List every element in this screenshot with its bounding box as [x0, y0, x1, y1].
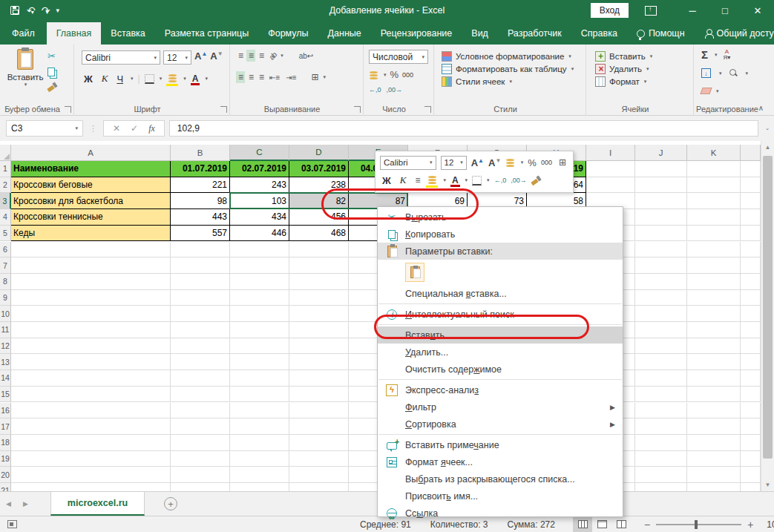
- fill-icon[interactable]: ↓: [701, 68, 711, 78]
- cell-X20[interactable]: [741, 467, 761, 483]
- cell-K10[interactable]: [687, 306, 741, 322]
- cell-C8[interactable]: [230, 274, 289, 290]
- cell-K15[interactable]: [687, 387, 741, 403]
- cell-J10[interactable]: [635, 306, 687, 322]
- cell-A6[interactable]: [11, 242, 171, 258]
- cell-J7[interactable]: [635, 257, 687, 274]
- zoom-out-icon[interactable]: −: [644, 519, 650, 531]
- next-sheet-icon[interactable]: ▶: [23, 500, 28, 508]
- cell-C12[interactable]: [230, 338, 289, 355]
- cell-A21[interactable]: [11, 483, 171, 491]
- cell-A14[interactable]: [11, 370, 171, 387]
- cell-K8[interactable]: [687, 274, 741, 290]
- row-header-12[interactable]: 12: [0, 338, 11, 355]
- row-header-3[interactable]: 3: [0, 193, 11, 209]
- cell-K18[interactable]: [687, 435, 741, 451]
- cell-D19[interactable]: [289, 451, 349, 467]
- zoom-in-icon[interactable]: +: [747, 519, 753, 531]
- number-format-combo[interactable]: Числовой▾: [369, 50, 428, 64]
- cell-X9[interactable]: [741, 290, 761, 306]
- cell-J12[interactable]: [635, 338, 687, 355]
- cell-C10[interactable]: [230, 306, 289, 322]
- ribbon-display-options-icon[interactable]: [645, 6, 657, 16]
- cell-D12[interactable]: [289, 338, 349, 355]
- cell-C6[interactable]: [230, 242, 289, 258]
- column-header-I[interactable]: I: [586, 145, 635, 161]
- cell-A3[interactable]: Кроссовки для баскетбола: [11, 193, 171, 209]
- row-header-11[interactable]: 11: [0, 322, 11, 338]
- row-header-13[interactable]: 13: [0, 354, 11, 370]
- confirm-entry-icon[interactable]: ✓: [131, 123, 138, 134]
- cell-K1[interactable]: [687, 161, 741, 177]
- cell-X15[interactable]: [741, 387, 761, 403]
- cell-A11[interactable]: [11, 322, 171, 338]
- mini-fill-color-icon[interactable]: [426, 175, 438, 186]
- vertical-scroll-thumb[interactable]: [763, 156, 773, 459]
- conditional-formatting-button[interactable]: Условное форматирование▾: [442, 51, 574, 62]
- cell-X12[interactable]: [741, 338, 761, 355]
- cell-D21[interactable]: [289, 483, 349, 491]
- cell-X21[interactable]: [741, 483, 761, 491]
- cell-J21[interactable]: [635, 483, 687, 491]
- fill-color-icon[interactable]: [166, 73, 178, 85]
- cell-D8[interactable]: [289, 274, 349, 290]
- cell-A10[interactable]: [11, 306, 171, 322]
- cell-B11[interactable]: [171, 322, 230, 338]
- cell-K19[interactable]: [687, 451, 741, 467]
- row-header-2[interactable]: 2: [0, 177, 11, 194]
- ribbon-tab-данные[interactable]: Данные: [318, 22, 371, 45]
- cell-B10[interactable]: [171, 306, 230, 322]
- cell-A2[interactable]: Кроссовки беговые: [11, 177, 171, 194]
- ribbon-tab-файл[interactable]: Файл: [0, 22, 47, 45]
- menu-item-копировать[interactable]: Копировать: [378, 226, 623, 243]
- new-sheet-icon[interactable]: +: [164, 497, 177, 510]
- cell-C19[interactable]: [230, 451, 289, 467]
- ribbon-tab-главная[interactable]: Главная: [47, 22, 102, 45]
- cell-K9[interactable]: [687, 290, 741, 306]
- merge-center-icon[interactable]: ⊞: [309, 71, 321, 83]
- cell-X14[interactable]: [741, 370, 761, 387]
- decrease-indent-icon[interactable]: ⇤≡: [267, 73, 282, 82]
- sort-filter-icon[interactable]: ААЯЯ▾: [724, 49, 731, 61]
- delete-cells-button[interactable]: Удалить▾: [595, 64, 652, 74]
- copy-icon[interactable]: [47, 68, 55, 76]
- menu-item-ссылка[interactable]: Ссылка: [378, 505, 623, 522]
- menu-item-удалить[interactable]: Удалить...: [378, 344, 623, 361]
- cell-B21[interactable]: [171, 483, 230, 491]
- cell-B7[interactable]: [171, 257, 230, 274]
- ribbon-tab-вид[interactable]: Вид: [462, 22, 498, 45]
- cell-A15[interactable]: [11, 387, 171, 403]
- cell-X18[interactable]: [741, 435, 761, 451]
- cell-B14[interactable]: [171, 370, 230, 387]
- autosum-icon[interactable]: Σ: [701, 48, 708, 61]
- clear-icon[interactable]: [700, 88, 712, 94]
- cell-A9[interactable]: [11, 290, 171, 306]
- row-header-14[interactable]: 14: [0, 370, 11, 387]
- align-right-icon[interactable]: ≡: [257, 71, 266, 83]
- find-select-icon[interactable]: [729, 69, 738, 77]
- zoom-slider[interactable]: [656, 524, 741, 525]
- cell-A1[interactable]: Наименование: [11, 161, 171, 177]
- cell-C3[interactable]: 103: [230, 193, 289, 209]
- align-bottom-icon[interactable]: ≡: [257, 50, 266, 62]
- cell-A4[interactable]: Кроссовки теннисные: [11, 209, 171, 226]
- menu-item-формат-ячеек[interactable]: Формат ячеек...: [378, 453, 623, 470]
- cell-K13[interactable]: [687, 354, 741, 370]
- mini-grow-font-icon[interactable]: A▲: [471, 157, 484, 168]
- bold-button[interactable]: Ж: [82, 73, 95, 85]
- cell-X6[interactable]: [741, 242, 761, 258]
- align-center-icon[interactable]: ≡: [246, 71, 255, 83]
- cell-A18[interactable]: [11, 435, 171, 451]
- cell-J11[interactable]: [635, 322, 687, 338]
- cell-D7[interactable]: [289, 257, 349, 274]
- cell-K17[interactable]: [687, 418, 741, 435]
- cell-B8[interactable]: [171, 274, 230, 290]
- format-as-table-button[interactable]: Форматировать как таблицу▾: [442, 64, 574, 74]
- cell-K20[interactable]: [687, 467, 741, 483]
- cell-C18[interactable]: [230, 435, 289, 451]
- row-header-1[interactable]: 1: [0, 161, 11, 177]
- cell-D3[interactable]: 82: [289, 193, 349, 209]
- cell-D11[interactable]: [289, 322, 349, 338]
- cell-D14[interactable]: [289, 370, 349, 387]
- row-header-16[interactable]: 16: [0, 403, 11, 419]
